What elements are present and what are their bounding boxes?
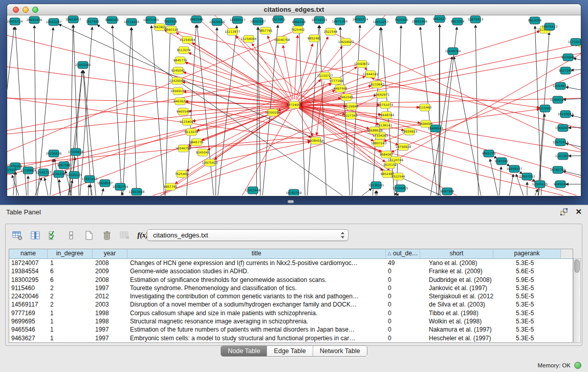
tab-edge-table[interactable]: Edge Table — [267, 346, 312, 356]
graph-node[interactable]: 19654923 — [338, 38, 354, 46]
graph-node[interactable]: 12505135 — [532, 181, 548, 188]
citation-edge-black[interactable] — [519, 172, 522, 174]
graph-node[interactable]: 9129946 — [345, 103, 359, 110]
table-cell[interactable]: 1 — [48, 325, 93, 334]
table-cell[interactable]: 5.3E-5 — [493, 284, 561, 292]
graph-node[interactable]: 7625402 — [291, 26, 305, 33]
table-row[interactable]: 2242004622012Investigating the contribut… — [9, 292, 573, 300]
table-cell[interactable]: 0 — [386, 267, 420, 275]
citation-edge-black[interactable] — [91, 185, 98, 195]
table-cell[interactable]: 2008 — [93, 259, 127, 267]
citation-edge-black[interactable] — [501, 174, 513, 195]
graph-node[interactable]: 8813054 — [451, 18, 465, 25]
citation-edge-red[interactable] — [391, 149, 398, 152]
graph-node[interactable]: 18807243 — [371, 140, 387, 147]
table-cell[interactable]: 19384554 — [9, 267, 48, 275]
citation-edge-black[interactable] — [73, 25, 80, 195]
table-cell[interactable]: Jankovic et al. (1997) — [420, 284, 493, 292]
citation-edge-red[interactable] — [184, 92, 289, 104]
graph-node[interactable]: 16648784 — [379, 112, 395, 119]
table-cell[interactable]: 5.3E-5 — [493, 259, 561, 267]
citation-edge-black[interactable] — [377, 191, 381, 195]
graph-node[interactable]: 12213977 — [225, 28, 241, 35]
table-cell[interactable]: 1998 — [93, 309, 127, 317]
graph-node[interactable]: 9245042 — [554, 181, 568, 188]
citation-edge-black[interactable] — [571, 67, 581, 70]
table-cell[interactable]: 5.9E-5 — [493, 276, 561, 284]
citation-edge-black[interactable] — [151, 26, 167, 195]
graph-node[interactable]: 11254094 — [180, 36, 195, 43]
graph-node[interactable]: 7462045 — [340, 94, 354, 101]
table-cell[interactable]: 2003 — [93, 300, 127, 309]
column-header-in_degree[interactable]: in_degree — [48, 249, 93, 259]
graph-node[interactable]: 12093872 — [553, 82, 569, 90]
citation-edge-red[interactable] — [236, 36, 291, 100]
graph-node[interactable]: 20691406 — [27, 16, 42, 24]
graph-node[interactable]: 2522544 — [324, 28, 338, 35]
graph-node[interactable]: 19654923 — [402, 128, 418, 135]
graph-node[interactable]: 10975413 — [468, 16, 484, 23]
graph-node[interactable]: 9097588 — [441, 188, 454, 195]
citation-edge-black[interactable] — [132, 28, 138, 195]
table-cell[interactable]: 5.5E-5 — [493, 292, 561, 300]
graph-node[interactable]: 9245042 — [495, 158, 509, 165]
table-cell[interactable]: 9699695 — [9, 317, 48, 325]
delete-table-icon[interactable] — [118, 229, 132, 242]
graph-node[interactable]: 9660125 — [165, 26, 179, 33]
graph-node[interactable]: 17334265 — [393, 185, 408, 192]
graph-node[interactable]: 9777169 — [330, 77, 343, 84]
citation-edge-red[interactable] — [300, 105, 419, 107]
citation-edge-black[interactable] — [506, 164, 509, 166]
citation-edge-red[interactable] — [374, 79, 374, 79]
citation-edge-red[interactable] — [268, 36, 292, 99]
citation-edge-black[interactable] — [396, 26, 401, 195]
table-cell[interactable]: 6 — [48, 276, 93, 284]
table-cell[interactable]: 14569117 — [9, 300, 48, 309]
table-selector-dropdown[interactable]: citations_edges.txt — [147, 229, 349, 241]
table-cell[interactable]: Tibbo et al. (1998) — [420, 309, 493, 317]
graph-node[interactable]: 24055724 — [7, 18, 23, 25]
graph-node[interactable]: 20206536 — [46, 150, 62, 157]
graph-node[interactable]: 24055724 — [353, 16, 368, 23]
graph-node[interactable]: 10719155 — [312, 16, 328, 24]
citation-edge-black[interactable] — [454, 57, 486, 195]
graph-node[interactable]: 11254094 — [180, 118, 195, 125]
citation-edge-black[interactable] — [28, 176, 28, 195]
graph-node[interactable]: 9245042 — [171, 67, 185, 74]
select-columns-icon[interactable] — [47, 229, 60, 242]
graph-node[interactable]: 12505135 — [67, 171, 82, 179]
graph-node[interactable]: 8466160 — [105, 16, 119, 24]
graph-node[interactable]: 16958107 — [97, 180, 113, 187]
citation-edge-black[interactable] — [20, 178, 41, 195]
graph-node[interactable]: 16648784 — [445, 48, 461, 55]
table-cell[interactable]: 18724007 — [9, 259, 48, 267]
graph-node[interactable]: 9227343 — [344, 112, 358, 119]
graph-node[interactable]: 8813054 — [528, 17, 542, 24]
table-cell[interactable]: Nakamura et al. (1997) — [420, 325, 493, 334]
graph-node[interactable]: 9463627 — [173, 98, 187, 105]
graph-node[interactable]: 7625402 — [175, 170, 189, 178]
table-cell[interactable]: 49 — [386, 259, 420, 267]
column-header-out_degree[interactable]: △out_de… — [386, 249, 420, 259]
table-row[interactable]: 946362711997Embryonic stem cells: a mode… — [9, 334, 573, 342]
table-cell[interactable]: 0 — [386, 276, 420, 284]
graph-node[interactable]: 19384554 — [308, 137, 324, 144]
column-visibility-icon[interactable] — [29, 229, 42, 242]
table-cell[interactable]: 0 — [386, 284, 420, 292]
citation-edge-black[interactable] — [535, 32, 549, 195]
graph-node[interactable]: 21053346 — [75, 61, 91, 69]
graph-node[interactable]: 1527602 — [86, 18, 100, 25]
graph-node[interactable]: 12093872 — [354, 60, 370, 68]
table-cell[interactable]: 0 — [386, 292, 420, 300]
graph-node[interactable]: 16046758 — [176, 145, 191, 152]
table-cell[interactable]: 18300295 — [9, 276, 48, 284]
table-cell[interactable]: Embryonic stem cells: a model to study s… — [127, 334, 386, 342]
citation-edge-black[interactable] — [10, 172, 15, 195]
graph-node[interactable]: 9227343 — [559, 67, 573, 74]
float-window-icon[interactable] — [560, 208, 568, 216]
memory-indicator-icon[interactable] — [574, 362, 581, 369]
graph-node[interactable]: 9845779 — [482, 150, 496, 157]
citation-edge-red[interactable] — [380, 109, 539, 129]
new-document-icon[interactable] — [82, 229, 96, 242]
citation-edge-red[interactable] — [295, 35, 298, 99]
